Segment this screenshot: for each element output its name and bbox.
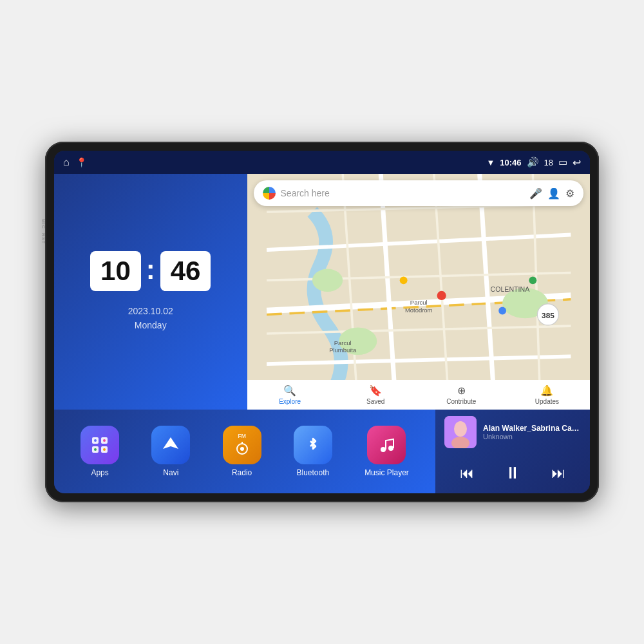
search-placeholder: Search here bbox=[281, 188, 524, 198]
nav-updates[interactable]: 🔔 Updates bbox=[504, 380, 590, 410]
play-pause-button[interactable]: ⏸ bbox=[504, 463, 521, 483]
bluetooth-icon-container bbox=[294, 426, 332, 464]
radio-label: Radio bbox=[232, 468, 252, 477]
explore-label: Explore bbox=[279, 398, 301, 405]
maps-app-icon[interactable]: 📍 bbox=[76, 157, 87, 167]
volume-icon: 🔊 bbox=[527, 156, 539, 168]
svg-text:Parcul: Parcul bbox=[410, 299, 427, 306]
svg-point-39 bbox=[388, 446, 393, 451]
music-controls: ⏮ ⏸ ⏭ bbox=[444, 459, 581, 487]
mic-search-icon[interactable]: 🎤 bbox=[529, 187, 542, 200]
rst-label: RST bbox=[41, 233, 46, 244]
quick-launch: Apps Navi FM bbox=[54, 410, 435, 493]
main-content: 10 : 46 2023.10.02 Monday bbox=[54, 174, 590, 493]
explore-icon: 🔍 bbox=[283, 384, 296, 397]
music-player-panel: Alan Walker_Sabrina Carpenter_F... Unkno… bbox=[435, 410, 590, 493]
album-art bbox=[444, 416, 477, 448]
status-right-area: ▼ 10:46 🔊 18 ▭ ↩ bbox=[486, 156, 581, 169]
nav-contribute[interactable]: ⊕ Contribute bbox=[419, 380, 504, 410]
app-navi[interactable]: Navi bbox=[151, 426, 190, 477]
music-meta: Alan Walker_Sabrina Carpenter_F... Unkno… bbox=[483, 424, 581, 440]
wifi-icon: ▼ bbox=[486, 158, 495, 167]
clock-hour: 10 bbox=[90, 251, 141, 291]
bottom-section: Apps Navi FM bbox=[54, 410, 590, 493]
music-title: Alan Walker_Sabrina Carpenter_F... bbox=[483, 424, 581, 433]
status-bar: ⌂ 📍 ▼ 10:46 🔊 18 ▭ ↩ bbox=[54, 151, 590, 174]
clock-panel: 10 : 46 2023.10.02 Monday bbox=[54, 174, 247, 410]
back-icon[interactable]: ↩ bbox=[573, 156, 581, 169]
svg-point-33 bbox=[94, 448, 97, 451]
svg-text:COLENTINA: COLENTINA bbox=[490, 285, 530, 293]
car-head-unit: MIC RST ⌂ 📍 ▼ 10:46 🔊 18 ▭ ↩ bbox=[45, 142, 599, 502]
svg-point-21 bbox=[437, 291, 446, 300]
svg-point-32 bbox=[103, 439, 106, 442]
svg-point-15 bbox=[312, 269, 342, 292]
svg-text:Motodrom: Motodrom bbox=[405, 307, 433, 314]
map-bottom-nav: 🔍 Explore 🔖 Saved ⊕ Contribute bbox=[247, 380, 590, 410]
music-icon bbox=[367, 426, 406, 464]
clock-minute: 46 bbox=[160, 251, 211, 291]
svg-point-34 bbox=[103, 448, 106, 451]
volume-level: 18 bbox=[544, 158, 553, 167]
apps-icon bbox=[80, 426, 119, 464]
contribute-icon: ⊕ bbox=[457, 384, 466, 397]
clock-display: 10 : 46 bbox=[90, 251, 211, 291]
navi-icon bbox=[151, 426, 190, 464]
svg-text:Plumbuita: Plumbuita bbox=[329, 346, 357, 354]
apps-label: Apps bbox=[91, 468, 108, 477]
settings-search-icon[interactable]: ⚙ bbox=[565, 187, 574, 200]
music-thumbnail bbox=[444, 416, 477, 448]
map-search-bar[interactable]: Search here 🎤 👤 ⚙ bbox=[254, 180, 583, 206]
app-music[interactable]: Music Player bbox=[365, 426, 409, 477]
updates-icon: 🔔 bbox=[540, 384, 553, 397]
battery-icon: ▭ bbox=[558, 156, 567, 168]
top-section: 10 : 46 2023.10.02 Monday bbox=[54, 174, 590, 410]
svg-point-38 bbox=[381, 447, 386, 452]
app-bluetooth[interactable]: Bluetooth bbox=[294, 426, 332, 477]
clock-date: 2023.10.02 Monday bbox=[128, 304, 173, 333]
svg-point-36 bbox=[240, 447, 244, 451]
svg-text:Parcul: Parcul bbox=[334, 339, 351, 346]
contribute-label: Contribute bbox=[446, 398, 476, 405]
search-icons: 🎤 👤 ⚙ bbox=[529, 187, 574, 200]
svg-point-23 bbox=[498, 307, 506, 315]
svg-point-31 bbox=[94, 439, 97, 442]
screen: ⌂ 📍 ▼ 10:46 🔊 18 ▭ ↩ 10 : 46 bbox=[54, 151, 590, 493]
svg-point-41 bbox=[454, 421, 467, 437]
music-info: Alan Walker_Sabrina Carpenter_F... Unkno… bbox=[444, 416, 581, 448]
app-apps[interactable]: Apps bbox=[80, 426, 119, 477]
updates-label: Updates bbox=[535, 398, 559, 405]
next-button[interactable]: ⏭ bbox=[551, 465, 565, 482]
home-icon[interactable]: ⌂ bbox=[63, 156, 70, 168]
bluetooth-label: Bluetooth bbox=[297, 468, 330, 477]
side-labels: MIC RST bbox=[41, 219, 46, 244]
map-panel[interactable]: COLENTINA Parcul Motodrom Parcul Plumbui… bbox=[247, 174, 590, 410]
status-time: 10:46 bbox=[500, 158, 521, 167]
saved-icon: 🔖 bbox=[369, 384, 382, 397]
map-svg: COLENTINA Parcul Motodrom Parcul Plumbui… bbox=[247, 174, 590, 410]
mic-label: MIC bbox=[41, 219, 46, 229]
radio-icon: FM bbox=[223, 426, 261, 464]
app-radio[interactable]: FM Radio bbox=[223, 426, 261, 477]
nav-saved[interactable]: 🔖 Saved bbox=[333, 380, 419, 410]
svg-point-24 bbox=[529, 276, 536, 284]
saved-label: Saved bbox=[366, 398, 384, 405]
svg-text:385: 385 bbox=[542, 311, 554, 320]
account-icon[interactable]: 👤 bbox=[547, 187, 560, 200]
navi-label: Navi bbox=[163, 468, 178, 477]
prev-button[interactable]: ⏮ bbox=[460, 465, 474, 482]
nav-explore[interactable]: 🔍 Explore bbox=[247, 380, 333, 410]
google-logo bbox=[263, 187, 276, 200]
clock-colon: : bbox=[146, 254, 155, 285]
status-left-icons: ⌂ 📍 bbox=[63, 156, 87, 168]
music-artist: Unknown bbox=[483, 433, 581, 440]
map-background: COLENTINA Parcul Motodrom Parcul Plumbui… bbox=[247, 174, 590, 410]
svg-point-22 bbox=[399, 276, 407, 284]
music-player-label: Music Player bbox=[365, 468, 409, 477]
